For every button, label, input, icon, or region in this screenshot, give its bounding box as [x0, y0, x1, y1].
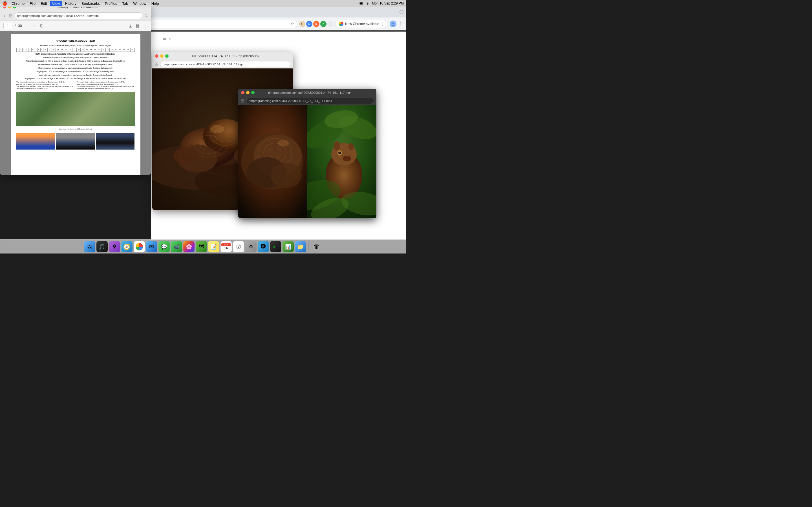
battery-icon — [359, 1, 363, 5]
gif-grid-icon[interactable] — [154, 62, 158, 66]
ext-icon-2[interactable]: M — [306, 21, 312, 27]
ext-icon-5[interactable]: ⋯ — [327, 21, 334, 27]
dock-messages[interactable]: 💬 — [158, 241, 170, 252]
menu-edit[interactable]: Edit — [38, 1, 49, 6]
pdf-image-caption: View from the House at 8.00 am on the 31… — [16, 128, 135, 130]
menu-bookmarks[interactable]: Bookmarks — [79, 1, 102, 6]
dock-safari-icon: 🧭 — [123, 243, 130, 250]
chrome-menu-icon[interactable] — [398, 21, 403, 26]
dock-calendar-day: 16 — [224, 246, 228, 250]
gif-address-bar[interactable]: rjmprogramming.com.au/IDEAS00000114_74_1… — [160, 61, 291, 67]
pdf-range-text: Rainfall totals ranged from 96% of avera… — [16, 60, 135, 62]
pdf-thumbnail-row — [16, 133, 135, 150]
pdf-zoom-out-icon[interactable]: − — [24, 23, 29, 29]
menu-clock: Mon 16 Sep 2:29 PM — [372, 1, 404, 5]
dock-maps-icon: 🗺 — [199, 244, 204, 249]
dock-chrome[interactable] — [134, 241, 145, 252]
dock-facetime-icon: 📹 — [173, 244, 180, 250]
svg-rect-10 — [9, 16, 10, 17]
gif-close-btn[interactable] — [155, 54, 158, 58]
pdf-search-icon[interactable] — [144, 13, 149, 18]
menu-help[interactable]: Help — [149, 1, 161, 6]
dock-separator — [308, 242, 309, 251]
svg-point-56 — [338, 152, 341, 154]
dock-terminal[interactable]: >_ — [270, 241, 282, 252]
pdf-thumb-1 — [16, 133, 55, 150]
extension-icons: G M ◉ ✓ ⋯ — [299, 21, 334, 27]
svg-point-58 — [334, 142, 340, 151]
dock-system[interactable]: ⚙ — [245, 241, 257, 252]
menu-window[interactable]: Window — [131, 1, 148, 6]
new-chrome-dots[interactable]: ⋮ — [381, 22, 384, 26]
pdf-grid-icon[interactable] — [8, 13, 13, 18]
pdf-redcliffe-text: ranging from 2.5 °C above average at Red… — [16, 77, 135, 80]
apple-menu[interactable]: 🍎 — [2, 1, 7, 6]
gif-titlebar: IDEAS00000114_74_161_117.gif (662×586) — [152, 52, 293, 60]
pdf-content[interactable]: AROUND HERE in AUGUST 2024 Rainfall of 7… — [0, 31, 151, 175]
dock-notes[interactable]: 📝 — [208, 241, 219, 252]
dock: 🗂 🎵 🎙 🧭 ✉ 💬 📹 🌸 🗺 📝 SEP 16 ☑ ⚙ 🅐 — [0, 239, 406, 253]
pdf-print-icon[interactable] — [135, 23, 140, 29]
dock-calendar[interactable]: SEP 16 — [220, 241, 232, 252]
ext-icon-3[interactable]: ◉ — [313, 21, 319, 27]
pdf-page-input[interactable] — [3, 23, 12, 29]
menu-view[interactable]: View — [50, 1, 62, 6]
profile-avatar[interactable] — [390, 20, 396, 27]
dock-mail[interactable]: ✉ — [146, 241, 157, 252]
new-chrome-badge[interactable]: New Chrome available ⋮ — [335, 20, 388, 28]
svg-point-47 — [271, 163, 302, 188]
new-chrome-label: New Chrome available — [345, 22, 379, 26]
dock-safari[interactable]: 🧭 — [121, 241, 133, 252]
mp4-titlebar: rjmprogramming.com.au/IDEAS00000114_74_1… — [238, 89, 376, 97]
menu-bar-right: Mon 16 Sep 2:29 PM — [359, 1, 404, 5]
mp4-close-btn[interactable] — [241, 91, 245, 94]
menu-chrome[interactable]: Chrome — [9, 1, 27, 6]
dock-podcasts[interactable]: 🎙 — [109, 241, 120, 252]
dock-photos-icon: 🌸 — [186, 244, 192, 250]
gif-url: rjmprogramming.com.au/IDEAS00000114_74_1… — [163, 62, 243, 66]
dock-finder[interactable]: 🗂 — [84, 241, 95, 252]
ext-icon-4[interactable]: ✓ — [320, 21, 326, 27]
pdf-more-icon[interactable]: ⋮ — [142, 23, 147, 29]
dock-messages-icon: 💬 — [161, 244, 167, 250]
menu-history[interactable]: History — [63, 1, 79, 6]
menu-profiles[interactable]: Profiles — [103, 1, 119, 6]
dock-appstore[interactable]: 🅐 — [258, 241, 269, 252]
pdf-zoom-in-icon[interactable]: + — [32, 23, 37, 29]
dock-music-icon: 🎵 — [98, 243, 105, 250]
dock-trash[interactable]: 🗑 — [311, 241, 322, 252]
mp4-grid-icon[interactable] — [241, 99, 245, 103]
dock-music[interactable]: 🎵 — [96, 241, 108, 252]
mp4-left-frame — [238, 105, 307, 218]
pdf-address-bar[interactable]: rjmprogramming.com.au/pdfcopy-0-local-13… — [15, 12, 142, 19]
pdf-max-temp: The mean daily maximum temperature for B… — [16, 81, 74, 90]
ext-icon-1[interactable]: G — [299, 21, 305, 27]
dock-activity[interactable]: 📊 — [283, 241, 294, 252]
pdf-back-icon[interactable] — [2, 13, 7, 18]
dock-finder2[interactable]: 📁 — [295, 241, 306, 252]
mp4-right-frame — [307, 105, 376, 218]
menu-tab[interactable]: Tab — [120, 1, 130, 6]
pdf-thumb-3 — [96, 133, 135, 150]
tab-expand-icon[interactable] — [399, 9, 404, 14]
dock-facetime[interactable]: 📹 — [171, 241, 182, 252]
svg-rect-37 — [243, 100, 244, 101]
gif-window-title: IDEAS00000114_74_161_117.gif (662×586) — [160, 54, 290, 58]
dock-maps[interactable]: 🗺 — [196, 241, 207, 252]
pdf-point-text: ranging from 1.2 °C above average at Poi… — [16, 70, 135, 73]
pdf-download-icon[interactable] — [128, 23, 133, 29]
pdf-temp-section: The mean daily maximum temperature for B… — [16, 81, 135, 90]
svg-rect-1 — [363, 3, 363, 4]
svg-rect-38 — [241, 101, 242, 102]
menu-file[interactable]: File — [28, 1, 38, 6]
svg-rect-2 — [360, 3, 362, 4]
pdf-thumb-2 — [56, 133, 95, 150]
pdf-mean-max-text: Mean maximum temperatures were above ave… — [16, 67, 135, 69]
pdf-page-total: 30 — [18, 24, 22, 28]
dock-photos[interactable]: 🌸 — [183, 241, 195, 252]
mp4-address-bar[interactable]: rjmprogramming.com.au/IDEAS00000114_74_1… — [246, 98, 374, 104]
star-icon[interactable] — [290, 22, 294, 26]
dock-reminders[interactable]: ☑ — [233, 241, 244, 252]
pdf-rotate-icon[interactable] — [39, 23, 44, 29]
svg-rect-9 — [11, 14, 12, 15]
